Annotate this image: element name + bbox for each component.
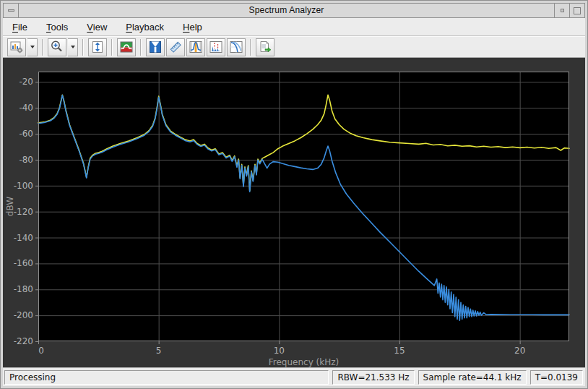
y-axis-label: dBW <box>5 197 15 216</box>
svg-text:-40: -40 <box>19 103 33 113</box>
svg-text:-220: -220 <box>14 336 33 346</box>
document-green-arrow-icon <box>258 40 272 54</box>
spectrum-red-green-icon <box>119 40 134 54</box>
peak-band-icon <box>189 40 203 54</box>
toolbar <box>3 36 585 58</box>
plot-area[interactable] <box>38 72 569 341</box>
minimize-button[interactable] <box>554 4 569 17</box>
figure-area: -20-40-60-80-100-120-140-160-180-200-220… <box>3 58 585 367</box>
chevron-down-icon <box>71 46 75 48</box>
spectrum-analyzer-window: Spectrum Analyzer FileToolsViewPlaybackH… <box>0 0 588 389</box>
spectrum-plot: -20-40-60-80-100-120-140-160-180-200-220… <box>3 58 585 367</box>
toolbar-separator <box>140 39 142 56</box>
svg-text:15: 15 <box>394 346 405 356</box>
titlebar[interactable]: Spectrum Analyzer <box>3 3 585 18</box>
window-menu-icon <box>8 9 14 12</box>
minimize-icon <box>561 9 564 12</box>
menu-file[interactable]: File <box>12 22 27 33</box>
vertical-fit-icon <box>90 40 105 54</box>
chevron-down-icon <box>30 46 35 48</box>
cursor-measurements-button[interactable] <box>166 38 185 56</box>
menu-playback[interactable]: Playback <box>126 22 164 33</box>
spectrum-settings-button[interactable] <box>117 38 136 56</box>
ruler-icon <box>168 40 183 54</box>
toolbar-separator <box>82 39 84 56</box>
svg-text:-60: -60 <box>19 129 33 139</box>
ccdf-curves-icon <box>229 40 243 54</box>
maximize-button[interactable] <box>569 4 584 17</box>
toolbar-separator <box>111 39 113 56</box>
configuration-button[interactable] <box>7 38 26 56</box>
chart-gear-icon <box>9 40 24 54</box>
menu-help[interactable]: Help <box>183 22 202 33</box>
svg-text:-180: -180 <box>14 284 33 294</box>
svg-text:-80: -80 <box>19 155 33 165</box>
zoom-dropdown[interactable] <box>68 38 78 56</box>
blue-mask-icon <box>148 40 163 54</box>
ccdf-measurements-button[interactable] <box>227 38 246 56</box>
menubar: FileToolsViewPlaybackHelp <box>3 18 585 36</box>
toolbar-separator <box>250 39 251 56</box>
status-time: T=0.0139 <box>530 370 583 385</box>
svg-text:-20: -20 <box>19 77 33 87</box>
x-axis-label: Frequency (kHz) <box>269 357 339 367</box>
maximize-icon <box>574 7 581 14</box>
window-title: Spectrum Analyzer <box>19 4 554 17</box>
svg-text:-120: -120 <box>14 207 33 217</box>
status-processing: Processing <box>4 370 329 385</box>
svg-text:0: 0 <box>38 346 44 356</box>
configuration-dropdown[interactable] <box>27 38 38 56</box>
window-menu-button[interactable] <box>4 4 19 17</box>
status-sample-rate: Sample rate=44.1 kHz <box>418 370 527 385</box>
svg-text:10: 10 <box>274 346 285 356</box>
fit-to-view-button[interactable] <box>88 38 107 56</box>
spectral-mask-button[interactable] <box>146 38 165 56</box>
svg-text:-160: -160 <box>14 258 33 268</box>
magnifier-plus-icon <box>50 40 64 54</box>
peak-finder-button[interactable] <box>186 38 205 56</box>
statusbar: Processing RBW=21.533 Hz Sample rate=44.… <box>3 367 585 386</box>
distortion-measurements-button[interactable] <box>207 38 225 56</box>
svg-text:-140: -140 <box>14 233 33 243</box>
svg-text:5: 5 <box>156 346 162 356</box>
svg-text:-100: -100 <box>14 181 33 191</box>
distortion-dashed-icon <box>209 40 223 54</box>
zoom-in-button[interactable] <box>48 38 66 56</box>
toolbar-separator <box>42 39 43 56</box>
playback-export-button[interactable] <box>256 38 274 56</box>
menu-view[interactable]: View <box>87 22 107 33</box>
svg-text:-200: -200 <box>14 310 33 320</box>
svg-text:20: 20 <box>514 346 525 356</box>
status-rbw: RBW=21.533 Hz <box>332 370 414 385</box>
menu-tools[interactable]: Tools <box>46 22 68 33</box>
